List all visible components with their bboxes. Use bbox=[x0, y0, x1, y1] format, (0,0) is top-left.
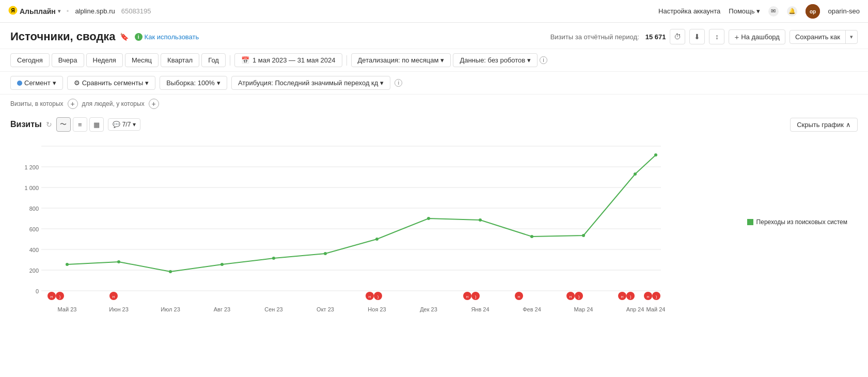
attr-chevron: ▾ bbox=[380, 79, 384, 87]
share-icon-btn[interactable]: ↕ bbox=[709, 29, 724, 44]
settings-link[interactable]: Настройка аккаунта bbox=[658, 7, 720, 15]
svg-text:н: н bbox=[647, 294, 649, 299]
quarter-btn[interactable]: Квартал bbox=[161, 53, 199, 67]
legend-label: Переходы из поисковых систем bbox=[756, 218, 847, 226]
svg-text:Ноя 23: Ноя 23 bbox=[368, 306, 386, 312]
filter-row: Визиты, в которых + для людей, у которых… bbox=[0, 95, 868, 113]
add-visits-filter[interactable]: + bbox=[68, 99, 78, 109]
nav-right: Настройка аккаунта Помощь ▾ ✉ 🔔 op opari… bbox=[658, 4, 860, 19]
add-dashboard-btn[interactable]: + На дашборд bbox=[729, 29, 785, 44]
svg-point-30 bbox=[634, 172, 637, 176]
svg-text:Май 23: Май 23 bbox=[58, 306, 77, 312]
bar-chart-btn[interactable]: ▦ bbox=[89, 117, 104, 132]
line-chart-btn[interactable]: 〜 bbox=[56, 117, 71, 132]
legend-chevron: ▾ bbox=[133, 121, 136, 128]
svg-text:op: op bbox=[809, 9, 815, 14]
info-dot: i bbox=[135, 33, 143, 41]
nav-separator: • bbox=[67, 7, 69, 15]
add-people-filter[interactable]: + bbox=[149, 99, 159, 109]
robots-btn[interactable]: Данные: без роботов ▾ bbox=[453, 53, 538, 67]
sample-btn[interactable]: Выборка: 100% ▾ bbox=[160, 76, 227, 90]
chart-section: Визиты ↻ 〜 ≡ ▦ 💬 7/7 ▾ Скрыть график ∧ bbox=[0, 113, 868, 326]
svg-text:200: 200 bbox=[29, 268, 39, 274]
svg-text:Я: Я bbox=[11, 8, 14, 13]
brand-name: Альплайн bbox=[20, 7, 56, 15]
area-chart-btn[interactable]: ≡ bbox=[73, 117, 87, 132]
hide-chart-btn[interactable]: Скрыть график ∧ bbox=[790, 118, 858, 132]
visits-label: Визиты за отчётный период: bbox=[550, 33, 639, 41]
brand-chevron: ▾ bbox=[58, 8, 60, 14]
svg-point-25 bbox=[375, 238, 378, 241]
attribution-btn[interactable]: Атрибуция: Последний значимый переход кд… bbox=[231, 76, 390, 90]
comment-icon: 💬 bbox=[113, 121, 120, 128]
how-to-use[interactable]: i Как использовать bbox=[135, 33, 199, 41]
save-as-btn[interactable]: Сохранить как ▾ bbox=[790, 30, 858, 44]
chart-legend: Переходы из поисковых систем bbox=[747, 218, 847, 226]
chart-title: Визиты bbox=[10, 120, 42, 129]
header-right: Визиты за отчётный период: 15 671 ⏱ ⬇ ↕ … bbox=[550, 29, 858, 44]
svg-text:): ) bbox=[475, 294, 477, 299]
month-btn[interactable]: Месяц bbox=[125, 53, 159, 67]
page-title: Источники, сводка bbox=[10, 30, 116, 43]
svg-text:): ) bbox=[630, 294, 632, 299]
page-header: Источники, сводка 🔖 i Как использовать В… bbox=[0, 23, 868, 49]
svg-text:н: н bbox=[51, 294, 53, 299]
site-id: 65083195 bbox=[121, 7, 151, 15]
detail-btn[interactable]: Детализация: по месяцам ▾ bbox=[351, 53, 451, 67]
svg-text:н: н bbox=[113, 294, 115, 299]
refresh-icon[interactable]: ↻ bbox=[46, 120, 52, 129]
help-chevron: ▾ bbox=[756, 7, 760, 15]
svg-text:): ) bbox=[59, 294, 61, 299]
svg-point-23 bbox=[272, 257, 275, 260]
svg-text:): ) bbox=[377, 294, 379, 299]
svg-text:Авг 23: Авг 23 bbox=[214, 306, 230, 312]
svg-text:Фев 24: Фев 24 bbox=[523, 306, 541, 312]
download-icon-btn[interactable]: ⬇ bbox=[689, 29, 705, 44]
date-range-btn[interactable]: 📅 1 мая 2023 — 31 мая 2024 bbox=[234, 53, 342, 67]
svg-point-21 bbox=[169, 270, 172, 273]
site-url[interactable]: alpline.spb.ru bbox=[75, 7, 115, 15]
detail-chevron: ▾ bbox=[440, 56, 444, 64]
user-name[interactable]: oparin-seo bbox=[828, 7, 860, 15]
svg-point-24 bbox=[324, 252, 327, 255]
week-btn[interactable]: Неделя bbox=[86, 53, 123, 67]
segment-btn[interactable]: Сегмент ▾ bbox=[10, 76, 63, 90]
for-people-label: для людей, у которых bbox=[82, 100, 145, 107]
svg-text:400: 400 bbox=[29, 247, 39, 253]
svg-text:Янв 24: Янв 24 bbox=[471, 306, 489, 312]
svg-point-20 bbox=[117, 260, 120, 263]
save-chevron[interactable]: ▾ bbox=[846, 31, 857, 43]
svg-text:Май 24: Май 24 bbox=[646, 306, 666, 312]
help-link[interactable]: Помощь ▾ bbox=[729, 7, 760, 15]
yesterday-btn[interactable]: Вчера bbox=[52, 53, 84, 67]
compare-segments-btn[interactable]: ⚙ Сравнить сегменты ▾ bbox=[67, 76, 156, 90]
clock-icon-btn[interactable]: ⏱ bbox=[670, 29, 685, 44]
bookmark-icon[interactable]: 🔖 bbox=[120, 33, 129, 41]
legend-color bbox=[747, 219, 753, 225]
robots-chevron: ▾ bbox=[527, 56, 531, 64]
visits-in-label: Визиты, в которых bbox=[10, 100, 64, 107]
chart-wrapper: 0 200 400 600 800 1 000 1 200 bbox=[10, 136, 858, 322]
legend-count-btn[interactable]: 💬 7/7 ▾ bbox=[108, 118, 141, 131]
svg-text:Июн 23: Июн 23 bbox=[109, 306, 129, 312]
segment-dot bbox=[17, 81, 22, 86]
brand-menu[interactable]: Я Альплайн ▾ bbox=[8, 6, 60, 17]
attr-info-icon[interactable]: i bbox=[394, 79, 402, 87]
segment-chevron: ▾ bbox=[53, 79, 56, 87]
svg-text:): ) bbox=[578, 294, 580, 299]
robots-info-icon[interactable]: i bbox=[540, 56, 547, 64]
svg-text:н: н bbox=[621, 294, 623, 299]
visits-count: 15 671 bbox=[645, 33, 666, 41]
year-btn[interactable]: Год bbox=[201, 53, 226, 67]
chart-svg: 0 200 400 600 800 1 000 1 200 bbox=[10, 136, 671, 322]
avatar[interactable]: op bbox=[806, 4, 820, 19]
notifications-icon[interactable]: 🔔 bbox=[787, 6, 797, 17]
svg-text:Дек 23: Дек 23 bbox=[420, 306, 437, 312]
svg-text:Апр 24: Апр 24 bbox=[626, 306, 644, 312]
compare-chevron: ▾ bbox=[145, 79, 149, 87]
svg-point-19 bbox=[66, 263, 69, 266]
chart-view-btns: 〜 ≡ ▦ bbox=[56, 117, 104, 132]
messages-icon[interactable]: ✉ bbox=[768, 6, 779, 17]
today-btn[interactable]: Сегодня bbox=[10, 53, 50, 67]
svg-point-28 bbox=[530, 235, 533, 238]
